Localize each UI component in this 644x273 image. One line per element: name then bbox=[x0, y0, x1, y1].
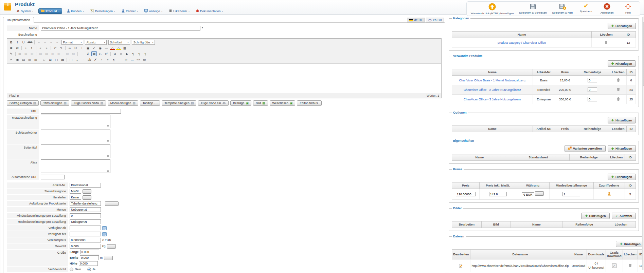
hinzufügen-button[interactable]: ✚Hinzufügen bbox=[608, 23, 636, 29]
image-icon[interactable]: ▣ bbox=[85, 45, 91, 51]
template-icon[interactable]: ▢ bbox=[68, 57, 74, 62]
cell-input[interactable] bbox=[588, 97, 597, 101]
ltr-icon[interactable]: ¶ bbox=[137, 51, 142, 56]
fullscreen-icon[interactable]: ⊞ bbox=[48, 57, 53, 62]
insert-button-füge-code-ein[interactable]: Füge Code ein<> bbox=[198, 100, 229, 106]
link-icon[interactable]: ∞ bbox=[67, 45, 72, 51]
emoticons-icon[interactable]: ☺ bbox=[118, 51, 124, 56]
menu-item-hikaserial[interactable]: HikaSerial▼ bbox=[167, 9, 191, 13]
nonbreaking-icon[interactable]: · bbox=[117, 57, 123, 62]
menu-item-kunden[interactable]: Kunden▼ bbox=[66, 9, 86, 14]
del-icon[interactable]: ✗ bbox=[93, 57, 98, 62]
toolbar-button-speichern[interactable]: ✔Speichern bbox=[578, 3, 594, 13]
hinzufügen-button[interactable]: ✚Hinzufügen bbox=[608, 60, 636, 67]
media-icon[interactable]: ▶ bbox=[124, 51, 130, 56]
pastetext-icon[interactable]: ▥ bbox=[27, 57, 32, 62]
lang-tab-en-gb[interactable]: en-GB bbox=[426, 18, 444, 22]
menge-input[interactable] bbox=[70, 207, 101, 212]
toolbar-button-abbrechen[interactable]: Abbrechen bbox=[599, 3, 615, 14]
numlist-icon[interactable]: 1. bbox=[29, 45, 35, 51]
toolbar-button-warenkorb-link-html-hinzufügen[interactable]: Warenkorb Link (HTML) hinzufügen bbox=[471, 3, 514, 15]
steuerkategorie-select-button[interactable] bbox=[83, 189, 91, 194]
artikelnr-input[interactable] bbox=[70, 183, 101, 188]
attribs-icon[interactable]: = bbox=[105, 57, 110, 62]
verfuegbar-ab-input[interactable] bbox=[70, 226, 101, 230]
layers-icon[interactable]: ▩ bbox=[60, 57, 65, 62]
gewicht-unit-button[interactable] bbox=[107, 244, 116, 249]
iframe-icon[interactable]: ▭ bbox=[142, 57, 147, 62]
lang-tab-de-de[interactable]: de-DE bbox=[407, 18, 425, 22]
radio-ja[interactable]: Ja bbox=[87, 268, 96, 271]
mergecells-icon[interactable]: ▨ bbox=[71, 51, 76, 56]
trash-icon[interactable] bbox=[629, 264, 632, 267]
menu-item-bestellungen[interactable]: Bestellungen▼ bbox=[89, 9, 117, 14]
menu-item-dokumentation[interactable]: ✱Dokumentation▼ bbox=[195, 9, 225, 13]
editor-select-format[interactable]: Format▼ bbox=[61, 40, 83, 45]
bullist-icon[interactable]: • bbox=[23, 45, 29, 51]
align-center-icon[interactable]: ≡ bbox=[42, 40, 48, 45]
cite-icon[interactable]: ” bbox=[80, 57, 86, 62]
hinzufügen-button[interactable]: ✚Hinzufügen bbox=[608, 174, 636, 180]
trash-icon[interactable] bbox=[617, 78, 620, 82]
copy-icon[interactable]: ▣ bbox=[15, 57, 20, 62]
quote-icon[interactable]: «» bbox=[136, 57, 141, 62]
tab-hauptinformation[interactable]: Hauptinformation bbox=[3, 17, 34, 23]
laenge-input[interactable] bbox=[80, 250, 99, 254]
insert-col-icon[interactable]: ▥ bbox=[50, 51, 55, 56]
globe-icon[interactable]: ◉ bbox=[97, 45, 103, 51]
readmore-icon[interactable]: … bbox=[129, 57, 135, 62]
menu-item-produkt[interactable]: Produkt▼ bbox=[38, 8, 62, 14]
insert-button-beitrag-einfügen[interactable]: Beitrag einfügen▤ bbox=[7, 100, 39, 106]
menu-item-anzeige[interactable]: Anzeige▼ bbox=[143, 9, 164, 14]
check-icon[interactable]: ✓ bbox=[612, 264, 616, 268]
breite-input[interactable] bbox=[80, 255, 99, 260]
underline-icon[interactable]: U bbox=[21, 40, 26, 45]
scroll-down-arrow[interactable]: ▼ bbox=[643, 266, 644, 270]
newdoc-icon[interactable]: ▢ bbox=[54, 57, 59, 62]
verfuegbar-bis-input[interactable] bbox=[70, 232, 101, 236]
hinzufügen-button[interactable]: ✚Hinzufügen bbox=[616, 241, 644, 247]
hr-line-icon[interactable]: — bbox=[79, 51, 85, 56]
hoehe-input[interactable] bbox=[79, 261, 98, 266]
insert-row-icon[interactable]: ▤ bbox=[38, 51, 43, 56]
preview-icon[interactable]: ◎ bbox=[123, 57, 129, 62]
ins-icon[interactable]: ✓ bbox=[99, 57, 104, 62]
cut-icon[interactable]: ✂ bbox=[8, 57, 14, 62]
cell-input[interactable] bbox=[588, 78, 597, 82]
groesse-unit-button[interactable] bbox=[104, 256, 113, 260]
autourl-input[interactable] bbox=[41, 175, 65, 179]
user-icon[interactable] bbox=[607, 192, 611, 196]
calendar-icon[interactable] bbox=[102, 232, 107, 236]
insert-button-beiträge[interactable]: Beiträge▣ bbox=[230, 100, 251, 106]
editor-canvas[interactable] bbox=[7, 64, 441, 93]
insert-button-editor-an-aus[interactable]: Editor an/aus bbox=[297, 100, 322, 106]
item-link[interactable]: ChanVicer Office - 2 Jahre Nutzungslizen… bbox=[464, 88, 521, 92]
cell-input[interactable] bbox=[489, 192, 507, 196]
varianten-verwalten-button[interactable]: Varianten verwalten bbox=[565, 145, 606, 152]
auswahl-button[interactable]: ✓Auswahl bbox=[612, 213, 636, 219]
bold-icon[interactable]: B bbox=[8, 40, 14, 45]
editor-select-absatz[interactable]: Absatz▼ bbox=[85, 40, 107, 45]
tablegrid-icon[interactable]: ▦ bbox=[122, 45, 127, 51]
delete-row-icon[interactable]: ▤ bbox=[44, 51, 49, 56]
tablegrid2-icon[interactable]: ▦ bbox=[91, 51, 97, 56]
html-edit-icon[interactable]: ✎ bbox=[8, 51, 14, 56]
cell-input[interactable] bbox=[456, 192, 476, 196]
currency-select-button[interactable] bbox=[535, 191, 544, 196]
align-left-icon[interactable]: ≡ bbox=[36, 40, 41, 45]
insert-button-tooltipp[interactable]: Tooltipp▭ bbox=[140, 100, 160, 106]
maxbestell-input[interactable] bbox=[70, 219, 101, 224]
splitcells-icon[interactable]: ▧ bbox=[65, 51, 70, 56]
minbestell-input[interactable] bbox=[70, 213, 101, 218]
alias-textarea[interactable] bbox=[41, 159, 110, 173]
edit-icon[interactable] bbox=[459, 264, 463, 268]
align-right-icon[interactable]: ≡ bbox=[48, 40, 54, 45]
verkaufspreis-input[interactable] bbox=[70, 238, 101, 242]
italic-icon[interactable]: I bbox=[15, 40, 20, 45]
eraser-icon[interactable]: ✗ bbox=[85, 51, 91, 56]
editor-select-schriftgröße[interactable]: Schriftgröße▼ bbox=[132, 40, 155, 45]
anchor-icon[interactable]: ⊥ bbox=[79, 45, 85, 51]
scroll-up-arrow[interactable]: ▲ bbox=[643, 17, 644, 21]
aufteilung-input[interactable] bbox=[70, 201, 101, 206]
insert-button-bild[interactable]: Bild▦ bbox=[253, 100, 268, 106]
